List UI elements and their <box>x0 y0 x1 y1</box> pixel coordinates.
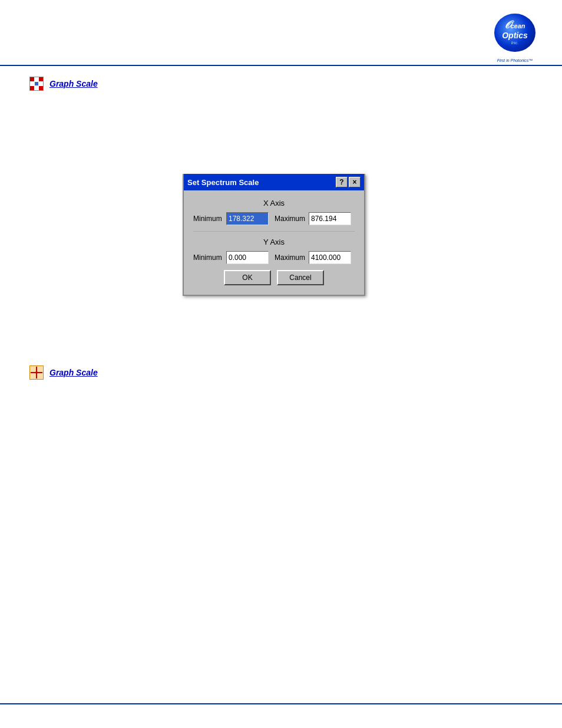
dialog-titlebar-buttons: ? × <box>336 177 361 187</box>
dialog-title: Set Spectrum Scale <box>187 178 259 187</box>
x-max-label: Maximum <box>275 215 305 223</box>
x-min-input[interactable] <box>226 212 269 225</box>
section2: Graph Scale <box>29 365 98 386</box>
section1-title[interactable]: Graph Scale <box>49 79 98 88</box>
x-axis-row: Minimum Maximum <box>193 212 355 225</box>
bottom-divider <box>0 703 562 704</box>
grid-icon <box>29 77 44 91</box>
logo-text-inc: Inc. <box>511 40 519 45</box>
x-min-label: Minimum <box>193 215 223 223</box>
crosshair-icon <box>29 365 44 380</box>
section2-header: Graph Scale <box>29 365 98 380</box>
section2-title[interactable]: Graph Scale <box>49 368 98 377</box>
ok-button[interactable]: OK <box>224 270 271 285</box>
close-button[interactable]: × <box>349 177 361 187</box>
cancel-button[interactable]: Cancel <box>277 270 324 285</box>
logo-text-ocean: 𝒪cean <box>504 19 525 31</box>
logo-circle: 𝒪cean Optics Inc. First in Photonics™ <box>494 14 535 52</box>
section1: Graph Scale <box>29 77 98 97</box>
y-axis-row: Minimum Maximum <box>193 251 355 264</box>
set-spectrum-scale-dialog: Set Spectrum Scale ? × X Axis Minimum Ma… <box>183 174 365 296</box>
dialog-body: X Axis Minimum Maximum Y Axis Minimum Ma… <box>184 190 364 295</box>
logo-text-optics: Optics <box>502 31 528 40</box>
y-min-input[interactable] <box>226 251 269 264</box>
dialog-buttons-row: OK Cancel <box>193 270 355 285</box>
y-max-input[interactable] <box>309 251 351 264</box>
dialog-titlebar: Set Spectrum Scale ? × <box>184 174 364 190</box>
section1-header: Graph Scale <box>29 77 98 91</box>
y-axis-label: Y Axis <box>193 238 355 246</box>
y-min-label: Minimum <box>193 253 223 262</box>
y-max-label: Maximum <box>275 253 305 262</box>
axis-divider <box>193 231 355 232</box>
help-button[interactable]: ? <box>336 177 348 187</box>
top-divider <box>0 65 562 66</box>
x-max-input[interactable] <box>309 212 351 225</box>
logo-area: 𝒪cean Optics Inc. First in Photonics™ <box>480 12 550 53</box>
logo-tagline: First in Photonics™ <box>488 58 541 62</box>
x-axis-label: X Axis <box>193 199 355 207</box>
